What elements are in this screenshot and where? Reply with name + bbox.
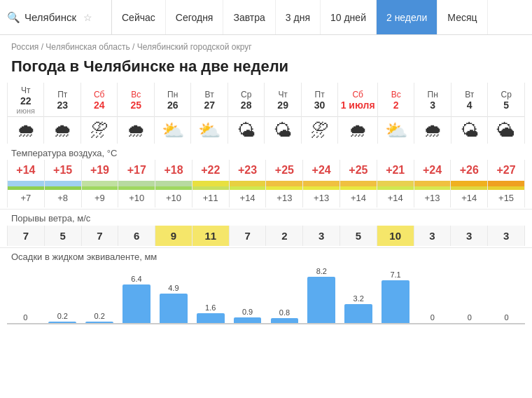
- temp-bar-cell: [229, 181, 266, 186]
- weather-icon: 🌧: [53, 120, 71, 141]
- temp-high-cell: +23: [229, 160, 266, 181]
- precip-label: 0.2: [94, 312, 105, 320]
- weather-icon: ⛅: [198, 120, 220, 141]
- weather-icon: 🌤: [237, 120, 255, 141]
- wind-cell: 3: [414, 226, 451, 246]
- weather-icon: ⛈: [311, 120, 329, 141]
- precip-section-label: Осадки в жидком эквиваленте, мм: [0, 247, 532, 264]
- weather-icon-cell: 🌧: [118, 117, 154, 144]
- day-header-cell: Пн26: [154, 83, 190, 117]
- header: 🔍 Челябинск ☆ СейчасСегодняЗавтра3 дня10…: [0, 0, 532, 35]
- precip-bar: [197, 313, 225, 323]
- day-header-cell: Пт30: [301, 83, 337, 117]
- temp-low-cell: +13: [266, 190, 303, 207]
- precip-bar-col: 8.2: [303, 267, 340, 323]
- temp-bar-cell: [118, 181, 155, 186]
- precip-chart: 00.20.26.44.91.60.90.88.23.27.1000: [7, 268, 525, 324]
- nav-tab-месяц[interactable]: Месяц: [438, 0, 487, 34]
- wind-cell: 7: [229, 226, 266, 246]
- temp-bar-cell: [340, 181, 377, 186]
- weather-icon-cell: 🌤: [451, 117, 487, 144]
- temp-low-cell: +10: [155, 190, 192, 207]
- weather-icon-cell: 🌥: [488, 117, 525, 144]
- precip-label: 0: [23, 313, 27, 322]
- precip-bar-col: 1.6: [192, 267, 229, 323]
- wind-cell: 5: [44, 226, 81, 246]
- precip-bar: [271, 318, 299, 323]
- temp-high-cell: +18: [155, 160, 192, 181]
- nav-tab-10дней[interactable]: 10 дней: [321, 0, 377, 34]
- temp-section-label: Температура воздуха, °С: [0, 144, 532, 160]
- day-header-cell: Вс25: [118, 83, 154, 117]
- nav-tab-завтра[interactable]: Завтра: [223, 0, 275, 34]
- wind-table-wrap: 7576911723510333: [0, 226, 532, 246]
- temp-bar-cell: [377, 181, 414, 186]
- weather-icon-cell: 🌧: [414, 117, 451, 144]
- precip-bar: [160, 294, 188, 323]
- day-header-cell: Чт22июня: [8, 83, 44, 117]
- temp-low-cell: +14: [340, 190, 377, 207]
- temp-low-cell: +13: [303, 190, 340, 207]
- weather-table-wrap: Чт22июняПт23Сб24Вс25Пн26Вт27Ср28Чт29Пт30…: [0, 83, 532, 144]
- precip-bar-col: 3.2: [340, 267, 377, 323]
- temp-high-cell: +21: [377, 160, 414, 181]
- precip-bar-col: 0.2: [81, 267, 118, 323]
- temp-table: +14+15+19+17+18+22+23+25+24+25+21+24+26+…: [7, 160, 525, 207]
- weather-icon: 🌧: [127, 120, 145, 141]
- temp-low-cell: +7: [8, 190, 45, 207]
- day-header-cell: Пт23: [44, 83, 80, 117]
- precip-bar-col: 7.1: [377, 267, 414, 323]
- temp-bar-cell: [451, 181, 488, 186]
- weather-icon-cell: ⛅: [191, 117, 227, 144]
- temp-bar-cell: [488, 181, 525, 186]
- page-title: Погода в Челябинске на две недели: [0, 55, 532, 83]
- temp-high-cell: +25: [340, 160, 377, 181]
- precip-bar: [48, 322, 76, 323]
- precip-bar-col: 0: [7, 267, 44, 323]
- nav-tab-сегодня[interactable]: Сегодня: [166, 0, 224, 34]
- wind-section-label: Порывы ветра, м/с: [0, 209, 532, 226]
- precip-label: 3.2: [354, 294, 364, 303]
- temp-bar-cell: [303, 181, 340, 186]
- temp-low-cell: +11: [192, 190, 229, 207]
- precip-section: 00.20.26.44.91.60.90.88.23.27.1000: [0, 268, 532, 331]
- weather-icon: 🌧: [17, 120, 35, 141]
- nav-tab-3дня[interactable]: 3 дня: [276, 0, 321, 34]
- temp-high-cell: +26: [451, 160, 488, 181]
- temp-bar-cell: [81, 181, 118, 186]
- precip-bar: [344, 304, 372, 323]
- day-header-cell: Сб24: [80, 83, 117, 117]
- precip-bar-col: 6.4: [118, 267, 155, 323]
- precip-bar-col: 0.2: [44, 267, 81, 323]
- nav-tab-2недели[interactable]: 2 недели: [377, 0, 438, 34]
- day-header-cell: Пн3: [414, 83, 451, 117]
- temp-bar-cell: [266, 181, 303, 186]
- precip-bar-col: 0.9: [229, 267, 266, 323]
- city-name[interactable]: Челябинск: [24, 11, 76, 23]
- precip-label: 0: [430, 313, 435, 322]
- temp-bar-cell: [8, 181, 45, 186]
- precip-bar: [382, 280, 410, 323]
- weather-icon-cell: 🌤: [265, 117, 301, 144]
- temp-low-cell: +14: [451, 190, 488, 207]
- search-box[interactable]: 🔍 Челябинск ☆: [0, 0, 112, 34]
- weather-icon-cell: 🌧: [44, 117, 80, 144]
- temp-low-cell: +9: [81, 190, 118, 207]
- temp-low-cell: +13: [414, 190, 451, 207]
- weather-icon: ⛅: [162, 120, 184, 141]
- day-header-cell: Ср5: [488, 83, 525, 117]
- temp-low-cell: +14: [377, 190, 414, 207]
- weather-icon-cell: ⛅: [154, 117, 190, 144]
- precip-label: 0: [468, 313, 472, 322]
- weather-icon-cell: ⛈: [301, 117, 337, 144]
- weather-table: Чт22июняПт23Сб24Вс25Пн26Вт27Ср28Чт29Пт30…: [7, 83, 525, 144]
- precip-bar-col: 0: [488, 267, 525, 323]
- wind-cell: 3: [488, 226, 525, 246]
- precip-bar: [307, 277, 335, 323]
- temp-low-cell: +10: [118, 190, 155, 207]
- nav-tab-сейчас[interactable]: Сейчас: [112, 0, 166, 34]
- day-header-cell: Вт27: [191, 83, 227, 117]
- day-header-cell: Чт29: [265, 83, 301, 117]
- favorite-star-icon[interactable]: ☆: [83, 12, 92, 23]
- day-header-cell: Ср28: [227, 83, 264, 117]
